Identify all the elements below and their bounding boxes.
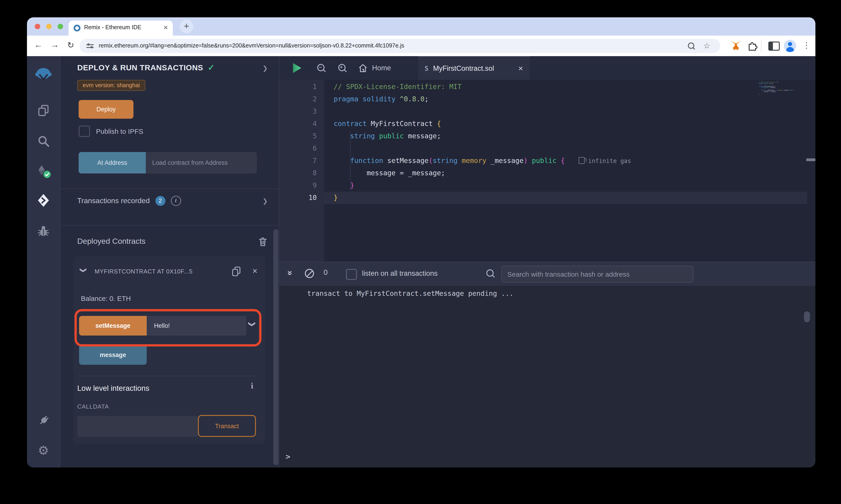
- remix-logo-icon[interactable]: [35, 68, 52, 82]
- minimize-window-button[interactable]: [46, 24, 52, 29]
- zoom-in-icon[interactable]: +: [338, 64, 347, 73]
- extensions-puzzle-icon[interactable]: [747, 40, 758, 51]
- profile-avatar[interactable]: [784, 40, 796, 52]
- code-line[interactable]: 7 function setMessage(string memory _mes…: [279, 155, 816, 167]
- calldata-label: CALLDATA: [77, 403, 109, 410]
- back-button[interactable]: ←: [34, 40, 42, 50]
- contract-card-header[interactable]: ❯ MYFIRSTCONTRACT AT 0X10F...5 ✕: [73, 265, 265, 279]
- code-line[interactable]: 6: [279, 142, 816, 155]
- listen-transactions-label: listen on all transactions: [362, 269, 437, 277]
- search-icon[interactable]: [37, 135, 50, 147]
- line-number[interactable]: 6: [279, 142, 317, 155]
- zoom-out-icon[interactable]: −: [317, 64, 326, 73]
- plugin-manager-plug-icon[interactable]: [37, 415, 50, 429]
- active-tab-label: MyFirstContract.sol: [433, 65, 514, 73]
- trash-icon[interactable]: [258, 236, 268, 247]
- overview-ruler-mark: [806, 158, 816, 161]
- line-number[interactable]: 2: [279, 93, 317, 106]
- line-number[interactable]: 7: [279, 155, 317, 167]
- code-line[interactable]: 3: [279, 106, 816, 118]
- bookmark-star-icon[interactable]: ☆: [703, 41, 710, 51]
- url-bar[interactable]: remix.ethereum.org/#lang=en&optimize=fal…: [80, 39, 720, 53]
- low-level-info-icon[interactable]: i: [251, 381, 253, 391]
- message-getter-button[interactable]: message: [79, 345, 147, 365]
- panel-scrollbar[interactable]: [273, 229, 278, 465]
- at-address-input[interactable]: [146, 152, 257, 174]
- copy-address-icon[interactable]: [231, 266, 242, 277]
- code-line[interactable]: 8 message = _message;: [279, 167, 816, 179]
- transact-button[interactable]: Transact: [198, 415, 256, 437]
- listen-transactions-checkbox[interactable]: [346, 269, 357, 280]
- code-line[interactable]: 1// SPDX-License-Identifier: MIT: [279, 81, 816, 93]
- deploy-run-icon[interactable]: [37, 194, 49, 207]
- terminal-collapse-icon[interactable]: »: [285, 270, 295, 275]
- calldata-input[interactable]: [77, 416, 198, 437]
- terminal-search-input[interactable]: [501, 266, 693, 283]
- deployed-contracts-title: Deployed Contracts: [77, 237, 258, 246]
- file-explorer-icon[interactable]: [37, 104, 50, 117]
- run-script-play-icon[interactable]: [293, 63, 301, 73]
- deploy-button[interactable]: Deploy: [79, 100, 134, 119]
- refresh-button[interactable]: ↻: [67, 40, 74, 50]
- contract-title: MYFIRSTCONTRACT AT 0X10F...5: [95, 268, 228, 275]
- transactions-count-badge: 2: [155, 196, 165, 206]
- close-window-button[interactable]: [35, 24, 40, 29]
- panel-title: DEPLOY & RUN TRANSACTIONS✓: [77, 62, 215, 73]
- set-message-button[interactable]: setMessage: [79, 316, 147, 336]
- terminal-output[interactable]: transact to MyFirstContract.setMessage p…: [279, 286, 816, 467]
- code-line[interactable]: 5 string public message;: [279, 130, 816, 142]
- browser-menu-icon[interactable]: ⋮: [803, 41, 810, 50]
- clear-console-icon[interactable]: [305, 269, 314, 278]
- evm-version-badge: evm version: shanghai: [77, 80, 145, 91]
- contract-close-icon[interactable]: ✕: [252, 267, 258, 275]
- at-address-button[interactable]: At Address: [79, 152, 146, 174]
- editor-minimap[interactable]: // SPDX-License-Identifier: MIT pragma s…: [759, 82, 804, 120]
- side-panel-icon[interactable]: [768, 41, 780, 51]
- contract-expand-chevron-icon[interactable]: ❯: [80, 268, 87, 273]
- transactions-info-icon[interactable]: i: [171, 196, 181, 206]
- line-number[interactable]: 4: [279, 118, 317, 130]
- code-line[interactable]: 9 }: [279, 179, 816, 192]
- set-message-input[interactable]: [147, 316, 246, 336]
- settings-gear-icon[interactable]: ⚙: [38, 445, 49, 457]
- code-line[interactable]: 4contract MyFirstContract {: [279, 118, 816, 130]
- panel-collapse-chevron-icon[interactable]: ❯: [262, 65, 268, 72]
- line-number[interactable]: 8: [279, 167, 317, 179]
- publish-ipfs-checkbox[interactable]: [79, 126, 90, 137]
- browser-tab[interactable]: Remix - Ethereum IDE ✕: [69, 20, 173, 36]
- code-editor[interactable]: 1// SPDX-License-Identifier: MIT2pragma …: [279, 80, 816, 262]
- solidity-compiler-icon[interactable]: [36, 164, 51, 179]
- line-number[interactable]: 10: [279, 192, 317, 204]
- terminal-search-icon: [486, 269, 495, 278]
- site-settings-icon[interactable]: [86, 43, 94, 48]
- deploy-run-panel: DEPLOY & RUN TRANSACTIONS✓ ❯ evm version…: [60, 56, 279, 467]
- metamask-icon[interactable]: [731, 41, 741, 51]
- zoom-page-icon[interactable]: [687, 42, 696, 50]
- line-number[interactable]: 3: [279, 106, 317, 118]
- terminal-prompt[interactable]: >: [286, 452, 290, 461]
- editor-tabbar: − + Home S MyFirstContract.sol ✕: [279, 56, 816, 80]
- terminal-scrollbar[interactable]: [804, 311, 810, 322]
- tab-home[interactable]: Home: [353, 56, 396, 80]
- solidity-file-icon: S: [425, 65, 429, 72]
- debugger-bug-icon[interactable]: [37, 224, 50, 237]
- active-tab-close-icon[interactable]: ✕: [518, 65, 524, 72]
- low-level-divider: [77, 376, 256, 376]
- tab-myfirstcontract[interactable]: S MyFirstContract.sol ✕: [418, 56, 530, 80]
- deployed-contract-card: ❯ MYFIRSTCONTRACT AT 0X10F...5 ✕ Balance…: [73, 256, 265, 444]
- maximize-window-button[interactable]: [57, 24, 63, 29]
- code-line[interactable]: 2pragma solidity ^0.8.0;: [279, 93, 816, 106]
- new-tab-button[interactable]: +: [179, 20, 193, 33]
- browser-toolbar: ← → ↻ remix.ethereum.org/#lang=en&optimi…: [27, 36, 816, 57]
- line-number[interactable]: 5: [279, 130, 317, 142]
- line-number[interactable]: 9: [279, 179, 317, 192]
- set-message-expand-chevron-icon[interactable]: ❯: [248, 321, 256, 327]
- line-number[interactable]: 1: [279, 81, 317, 93]
- code-line[interactable]: 10}: [279, 192, 816, 204]
- tab-close-icon[interactable]: ✕: [163, 24, 168, 31]
- transactions-expand-chevron-icon[interactable]: ❯: [262, 197, 268, 204]
- home-icon: [358, 63, 368, 73]
- url-text: remix.ethereum.org/#lang=en&optimize=fal…: [99, 42, 404, 49]
- forward-button[interactable]: →: [51, 40, 59, 50]
- browser-window: Remix - Ethereum IDE ✕ + ← → ↻ remix.eth…: [27, 17, 816, 467]
